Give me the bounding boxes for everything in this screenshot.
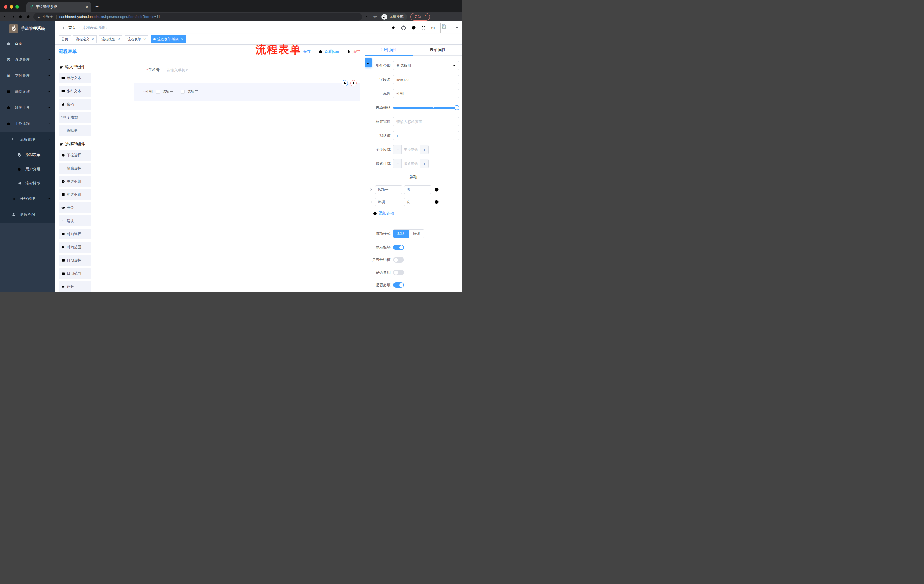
forward-icon[interactable] bbox=[11, 14, 15, 19]
sidebar-item-system[interactable]: ⚙ 系统管理 bbox=[0, 52, 55, 68]
sidebar-item-user-group[interactable]: 用户分组 bbox=[0, 162, 55, 176]
option-value-input[interactable] bbox=[404, 186, 431, 194]
component-counter[interactable]: 123计数器 bbox=[59, 112, 91, 123]
fullscreen-icon[interactable] bbox=[421, 25, 426, 30]
hamburger-icon[interactable] bbox=[59, 25, 64, 31]
browser-tab[interactable]: 芋道管理系统 ✕ bbox=[26, 2, 91, 12]
drag-handle-icon[interactable] bbox=[369, 188, 373, 192]
sidebar-item-infra[interactable]: 基础设施 bbox=[0, 84, 55, 100]
address-bar[interactable]: ▲ 不安全 | dashboard.yudao.iocoder.cn/bpm/m… bbox=[33, 13, 362, 21]
option-label-input[interactable] bbox=[375, 186, 402, 194]
component-checkbox-group[interactable]: 多选框组 bbox=[59, 189, 91, 200]
tab-form-props[interactable]: 表单属性 bbox=[413, 44, 462, 56]
add-option-button[interactable]: 添加选项 bbox=[373, 211, 462, 216]
show-label-toggle[interactable] bbox=[393, 245, 404, 250]
phone-field-row[interactable]: *手机号 bbox=[140, 64, 360, 76]
tag-process-model[interactable]: 流程模型✕ bbox=[99, 35, 122, 43]
component-cascader[interactable]: 级联选择 bbox=[59, 163, 91, 174]
phone-field-input[interactable] bbox=[163, 64, 355, 76]
stepper-placeholder[interactable]: 至少应选 bbox=[402, 145, 420, 154]
stepper-placeholder[interactable]: 最多可选 bbox=[402, 160, 420, 168]
close-window-button[interactable] bbox=[4, 5, 7, 8]
password-key-icon[interactable] bbox=[365, 15, 370, 19]
increase-button[interactable]: + bbox=[420, 145, 428, 154]
decrease-button[interactable]: − bbox=[393, 160, 402, 168]
not-secure-label[interactable]: 不安全 bbox=[43, 14, 53, 19]
component-switch[interactable]: 开关 bbox=[59, 202, 91, 213]
remove-option-icon[interactable] bbox=[434, 187, 439, 192]
drag-handle-icon[interactable] bbox=[369, 200, 373, 204]
increase-button[interactable]: + bbox=[420, 160, 428, 168]
reload-icon[interactable] bbox=[18, 15, 23, 19]
checkbox-option-1[interactable]: 选项一 bbox=[156, 89, 173, 94]
tag-process-definition[interactable]: 流程定义✕ bbox=[73, 35, 97, 43]
copy-component-button[interactable] bbox=[342, 80, 348, 86]
link-tag[interactable] bbox=[365, 58, 372, 67]
avatar-dropdown-caret-icon[interactable] bbox=[456, 27, 459, 30]
font-size-icon[interactable]: TT bbox=[431, 25, 436, 30]
grid-slider[interactable] bbox=[393, 103, 459, 112]
title-input[interactable] bbox=[393, 89, 459, 98]
update-button[interactable]: 更新 ⋮ bbox=[410, 13, 430, 21]
label-width-input[interactable] bbox=[393, 117, 459, 126]
help-icon[interactable] bbox=[411, 25, 416, 30]
clear-button[interactable]: 清空 bbox=[346, 49, 360, 54]
sidebar-item-home[interactable]: 首页 bbox=[0, 36, 55, 52]
selected-component-gender[interactable]: *性别 选项一 选项二 bbox=[134, 82, 360, 101]
close-icon[interactable]: ✕ bbox=[181, 38, 183, 41]
style-default-button[interactable]: 默认 bbox=[393, 230, 409, 238]
component-time-picker[interactable]: 时间选择 bbox=[59, 229, 91, 239]
browser-menu-icon[interactable]: ⋮ bbox=[423, 15, 427, 19]
avatar[interactable] bbox=[440, 23, 451, 33]
sidebar-item-devtools[interactable]: 研发工具 bbox=[0, 100, 55, 116]
border-toggle[interactable] bbox=[393, 257, 404, 263]
component-select[interactable]: 下拉选择 bbox=[59, 150, 91, 161]
component-slider[interactable]: 滑块 bbox=[59, 216, 91, 226]
back-icon[interactable] bbox=[3, 14, 8, 19]
view-json-button[interactable]: 查看json bbox=[318, 49, 339, 54]
sidebar-item-leave-query[interactable]: 请假查询 bbox=[0, 207, 55, 222]
bookmark-star-icon[interactable]: ☆ bbox=[373, 14, 377, 20]
sidebar-item-workflow[interactable]: 工作流程 bbox=[0, 116, 55, 132]
close-icon[interactable]: ✕ bbox=[91, 38, 94, 41]
disabled-toggle[interactable] bbox=[393, 270, 404, 275]
component-date-range[interactable]: 日期范围 bbox=[59, 268, 91, 279]
decrease-button[interactable]: − bbox=[393, 145, 402, 154]
new-tab-button[interactable]: + bbox=[91, 3, 99, 12]
option-label-input[interactable] bbox=[375, 198, 402, 206]
slider-handle[interactable] bbox=[454, 105, 459, 110]
component-editor[interactable]: 编辑器 bbox=[59, 125, 91, 136]
tag-home[interactable]: 首页 bbox=[59, 35, 71, 43]
sidebar-item-process-form[interactable]: 流程表单 bbox=[0, 148, 55, 162]
checkbox-option-2[interactable]: 选项二 bbox=[181, 89, 198, 94]
maximize-window-button[interactable] bbox=[15, 5, 19, 8]
tag-process-form-edit[interactable]: 流程表单-编辑✕ bbox=[151, 35, 186, 43]
component-radio-group[interactable]: 单选框组 bbox=[59, 176, 91, 187]
remove-option-icon[interactable] bbox=[434, 199, 439, 204]
style-button-button[interactable]: 按钮 bbox=[409, 230, 424, 238]
url-text[interactable]: dashboard.yudao.iocoder.cn/bpm/manager/f… bbox=[59, 15, 160, 19]
option-value-input[interactable] bbox=[404, 198, 431, 206]
sidebar-item-task-mgmt[interactable]: 任务管理 bbox=[0, 191, 55, 207]
slider-track[interactable] bbox=[393, 107, 459, 109]
required-toggle[interactable] bbox=[393, 282, 404, 288]
sidebar-item-payment[interactable]: ¥ 支付管理 bbox=[0, 68, 55, 84]
close-tab-icon[interactable]: ✕ bbox=[85, 5, 89, 10]
home-icon[interactable] bbox=[26, 14, 31, 19]
component-date-picker[interactable]: 日期选择 bbox=[59, 255, 91, 266]
component-time-range[interactable]: 时间范围 bbox=[59, 242, 91, 253]
minimize-window-button[interactable] bbox=[10, 5, 13, 8]
component-type-select[interactable] bbox=[393, 61, 459, 70]
close-icon[interactable]: ✕ bbox=[143, 38, 145, 41]
delete-component-button[interactable] bbox=[350, 80, 356, 86]
sidebar-item-process-model[interactable]: 流程模型 bbox=[0, 176, 55, 191]
component-rate[interactable]: 评分 bbox=[59, 281, 91, 292]
search-icon[interactable] bbox=[391, 25, 396, 30]
sidebar-item-process-mgmt[interactable]: 流程管理 bbox=[0, 132, 55, 148]
close-icon[interactable]: ✕ bbox=[117, 38, 120, 41]
component-multi-text[interactable]: 多行文本 bbox=[59, 86, 91, 97]
github-icon[interactable] bbox=[401, 25, 406, 31]
default-value-input[interactable] bbox=[393, 131, 459, 140]
tab-component-props[interactable]: 组件属性 bbox=[365, 44, 413, 56]
component-password[interactable]: 密码 bbox=[59, 99, 91, 110]
